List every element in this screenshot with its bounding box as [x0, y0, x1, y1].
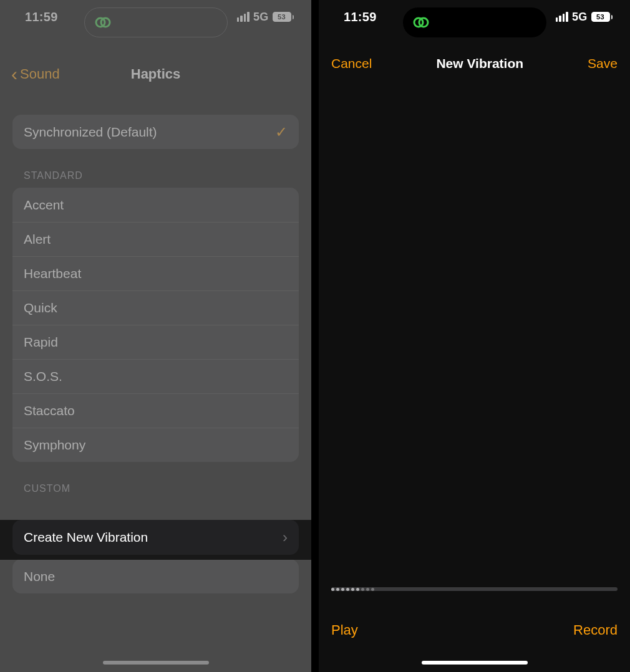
checkmark-icon: ✓ — [275, 123, 288, 141]
haptic-option[interactable]: Symphony — [12, 428, 299, 462]
haptic-option[interactable]: Staccato — [12, 393, 299, 428]
create-vibration-label: Create New Vibration — [24, 530, 148, 545]
link-icon — [412, 15, 430, 30]
haptic-option-default[interactable]: Synchronized (Default) ✓ — [12, 115, 299, 149]
footer-buttons: Play Record — [319, 622, 630, 638]
signal-icon — [556, 12, 568, 22]
haptic-option-label: None — [24, 569, 55, 584]
create-vibration-highlight: Create New Vibration › — [0, 520, 311, 560]
haptic-option-label: Symphony — [24, 438, 85, 453]
signal-icon — [237, 12, 250, 22]
progress-dots-icon — [331, 588, 374, 591]
haptic-option[interactable]: S.O.S. — [12, 359, 299, 393]
haptic-option-label: Accent — [24, 198, 64, 213]
haptic-option-label: Rapid — [24, 335, 58, 350]
status-time: 11:59 — [25, 10, 58, 24]
haptic-option[interactable]: Rapid — [12, 325, 299, 359]
nav-bar: ‹ Sound Haptics — [0, 52, 311, 96]
haptic-option-label: Alert — [24, 232, 51, 247]
create-vibration-button[interactable]: Create New Vibration › — [12, 520, 299, 555]
section-header-standard: STANDARD — [24, 170, 299, 181]
haptic-option-label: S.O.S. — [24, 369, 62, 384]
chevron-right-icon: › — [283, 529, 288, 546]
link-icon — [94, 15, 112, 30]
haptic-option-label: Synchronized (Default) — [24, 125, 157, 140]
haptic-option-none[interactable]: None — [12, 559, 299, 593]
modal-title: New Vibration — [436, 56, 523, 71]
network-label: 5G — [253, 11, 269, 24]
play-button[interactable]: Play — [331, 622, 358, 638]
battery-icon: 53 — [273, 12, 294, 22]
home-indicator[interactable] — [422, 661, 528, 665]
dynamic-island — [84, 7, 228, 37]
haptic-option-label: Heartbeat — [24, 266, 81, 281]
section-header-custom: CUSTOM — [24, 483, 299, 494]
battery-icon: 53 — [591, 12, 613, 22]
vibration-tap-area[interactable] — [319, 75, 630, 572]
record-button[interactable]: Record — [573, 622, 618, 638]
status-time: 11:59 — [344, 10, 377, 24]
network-label: 5G — [572, 11, 588, 24]
standard-list: Accent Alert Heartbeat Quick Rapid S.O.S… — [12, 188, 299, 462]
haptic-option[interactable]: Alert — [12, 222, 299, 256]
cancel-button[interactable]: Cancel — [331, 56, 372, 71]
dynamic-island — [403, 7, 546, 37]
haptic-option[interactable]: Heartbeat — [12, 256, 299, 290]
vibration-progress — [331, 586, 618, 592]
haptic-option[interactable]: Accent — [12, 188, 299, 222]
haptic-option-label: Staccato — [24, 403, 75, 418]
save-button[interactable]: Save — [588, 56, 618, 71]
page-title: Haptics — [0, 66, 311, 82]
haptic-option-label: Quick — [24, 300, 57, 315]
haptic-option[interactable]: Quick — [12, 290, 299, 325]
home-indicator[interactable] — [103, 661, 209, 665]
